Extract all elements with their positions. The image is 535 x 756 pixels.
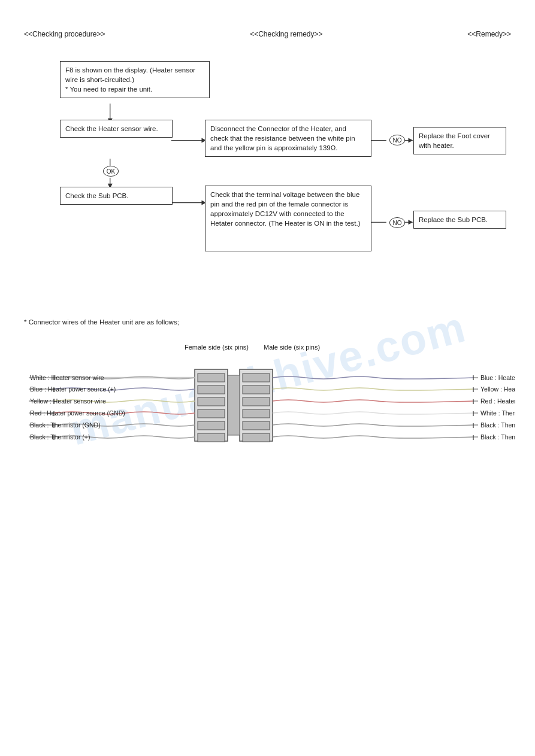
box-terminal-voltage: Check that the terminal voltage between … — [205, 186, 371, 251]
svg-rect-28 — [243, 409, 270, 418]
header-col1: <<Checking procedure>> — [24, 30, 105, 38]
flowchart-area: F8 is shown on the display. (Heater sens… — [24, 49, 511, 300]
connector-section: * Connector wires of the Heater unit are… — [24, 318, 511, 504]
svg-text:Red : Heater power source (GND: Red : Heater power source (GND) — [30, 409, 125, 417]
box-replace-foot-cover: Replace the Foot cover with heater. — [413, 127, 506, 154]
page: manualshhive.com <<Checking procedure>> … — [0, 0, 535, 756]
badge-no1: NO — [389, 135, 405, 145]
connector-note: * Connector wires of the Heater unit are… — [24, 318, 511, 326]
svg-text:Male side (six pins): Male side (six pins) — [264, 344, 320, 351]
box-check-sub-pcb: Check the Sub PCB. — [60, 187, 173, 205]
svg-rect-31 — [228, 375, 240, 435]
svg-rect-20 — [198, 397, 225, 406]
svg-rect-26 — [243, 385, 270, 394]
svg-text:Female side (six pins): Female side (six pins) — [185, 344, 249, 351]
svg-rect-19 — [198, 385, 225, 394]
svg-text:Blue : Heater power source (+): Blue : Heater power source (+) — [30, 385, 116, 393]
connector-diagram: Female side (six pins) Male side (six pi… — [24, 336, 511, 504]
header-row: <<Checking procedure>> <<Checking remedy… — [24, 30, 511, 38]
box-check-heater-wire: Check the Heater sensor wire. — [60, 120, 173, 138]
svg-marker-11 — [408, 138, 413, 143]
svg-text:White : Thermistor (GND): White : Thermistor (GND) — [480, 409, 515, 417]
svg-text:Black : Thermistor (+): Black : Thermistor (+) — [30, 433, 90, 441]
svg-rect-30 — [243, 433, 270, 442]
svg-rect-29 — [243, 421, 270, 430]
svg-rect-27 — [243, 397, 270, 406]
svg-rect-18 — [198, 374, 225, 382]
badge-no2: NO — [389, 217, 405, 228]
svg-rect-21 — [198, 409, 225, 418]
box-disconnect-connector: Disconnect the Connector of the Heater, … — [205, 120, 371, 157]
svg-text:White : Heater sensor wire: White : Heater sensor wire — [30, 374, 104, 381]
svg-text:Black : Thermistor (GND): Black : Thermistor (GND) — [30, 421, 101, 429]
svg-text:Yellow : Heater sensor wire: Yellow : Heater sensor wire — [480, 385, 515, 393]
header-col3: <<Remedy>> — [467, 30, 511, 38]
svg-text:Black : Thermistor (+): Black : Thermistor (+) — [480, 433, 515, 441]
svg-text:Black : Thermistor (GND): Black : Thermistor (GND) — [480, 421, 515, 429]
header-col2: <<Checking remedy>> — [250, 30, 322, 38]
svg-text:Blue : Heater power source (+): Blue : Heater power source (+) — [480, 374, 515, 381]
svg-rect-22 — [198, 421, 225, 430]
svg-rect-25 — [243, 374, 270, 382]
box-f8-error: F8 is shown on the display. (Heater sens… — [60, 61, 210, 98]
box-replace-sub-pcb: Replace the Sub PCB. — [413, 211, 506, 229]
svg-text:Yellow : Heater sensor wire: Yellow : Heater sensor wire — [30, 397, 106, 405]
svg-rect-23 — [198, 433, 225, 442]
svg-text:Red : Heater power source (GND: Red : Heater power source (GND) — [480, 397, 515, 405]
svg-marker-14 — [408, 220, 413, 224]
badge-ok: OK — [103, 166, 119, 177]
